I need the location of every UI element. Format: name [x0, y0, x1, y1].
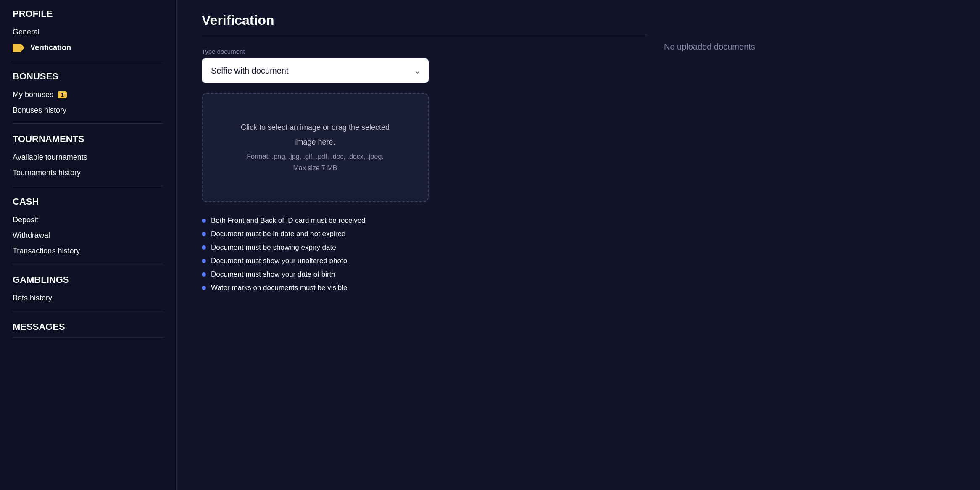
requirement-item-0: Both Front and Back of ID card must be r… [202, 214, 647, 227]
upload-instructions: Click to select an image or drag the sel… [241, 121, 390, 174]
sidebar-item-verification[interactable]: Verification [13, 40, 163, 55]
sidebar-item-label-deposit: Deposit [13, 216, 38, 224]
sidebar-item-bonuses-history[interactable]: Bonuses history [13, 103, 163, 118]
sidebar-section-title-gamblings: GAMBLINGS [13, 274, 163, 285]
sidebar-section-title-tournaments: TOURNAMENTS [13, 134, 163, 145]
bullet-icon [202, 232, 206, 236]
document-type-dropdown-wrapper: Selfie with documentID CardPassportDrive… [202, 58, 429, 83]
upload-line2: image here. [241, 136, 390, 148]
right-panel: No uploaded documents [664, 13, 790, 477]
sidebar-item-bets-history[interactable]: Bets history [13, 290, 163, 306]
bullet-icon [202, 272, 206, 277]
requirement-text-4: Document must show your date of birth [211, 270, 335, 279]
requirement-text-1: Document must be in date and not expired [211, 230, 345, 238]
sidebar-divider-1 [13, 123, 163, 124]
requirements-list: Both Front and Back of ID card must be r… [202, 214, 647, 295]
sidebar-item-label-withdrawal: Withdrawal [13, 231, 50, 240]
sidebar-divider-4 [13, 311, 163, 311]
sidebar-divider-3 [13, 264, 163, 264]
requirement-item-1: Document must be in date and not expired [202, 227, 647, 241]
requirement-text-5: Water marks on documents must be visible [211, 284, 347, 292]
main-content: Verification Type document Selfie with d… [177, 0, 980, 490]
title-divider [202, 35, 647, 35]
sidebar-item-label-available-tournaments: Available tournaments [13, 153, 87, 162]
sidebar: PROFILEGeneralVerificationBONUSESMy bonu… [0, 0, 177, 490]
sidebar-item-general[interactable]: General [13, 24, 163, 40]
no-documents-text: No uploaded documents [664, 42, 790, 52]
sidebar-item-label-tournaments-history: Tournaments history [13, 169, 81, 177]
sidebar-item-tournaments-history[interactable]: Tournaments history [13, 165, 163, 181]
page-title: Verification [202, 13, 647, 28]
sidebar-section-title-messages: MESSAGES [13, 321, 163, 332]
requirement-item-4: Document must show your date of birth [202, 268, 647, 281]
file-upload-area[interactable]: Click to select an image or drag the sel… [202, 93, 429, 202]
bullet-icon [202, 219, 206, 223]
document-type-label: Type document [202, 48, 647, 55]
requirement-item-5: Water marks on documents must be visible [202, 281, 647, 295]
requirement-item-2: Document must be showing expiry date [202, 241, 647, 254]
requirement-text-3: Document must show your unaltered photo [211, 257, 347, 265]
document-type-select[interactable]: Selfie with documentID CardPassportDrive… [202, 58, 429, 83]
requirement-text-0: Both Front and Back of ID card must be r… [211, 216, 366, 225]
bullet-icon [202, 245, 206, 250]
sidebar-item-available-tournaments[interactable]: Available tournaments [13, 150, 163, 165]
bullet-icon [202, 286, 206, 290]
sidebar-item-label-general: General [13, 28, 40, 37]
sidebar-section-title-cash: CASH [13, 196, 163, 207]
sidebar-item-withdrawal[interactable]: Withdrawal [13, 228, 163, 243]
sidebar-item-transactions-history[interactable]: Transactions history [13, 243, 163, 259]
sidebar-item-label-my-bonuses: My bonuses [13, 90, 53, 99]
upload-line1: Click to select an image or drag the sel… [241, 121, 390, 134]
requirement-item-3: Document must show your unaltered photo [202, 254, 647, 268]
sidebar-section-title-bonuses: BONUSES [13, 71, 163, 82]
sidebar-divider-5 [13, 337, 163, 338]
sidebar-divider-2 [13, 186, 163, 186]
upload-line3: Format: .png, .jpg, .gif, .pdf, .doc, .d… [241, 151, 390, 162]
sidebar-item-deposit[interactable]: Deposit [13, 212, 163, 228]
sidebar-item-my-bonuses[interactable]: My bonuses1 [13, 87, 163, 103]
sidebar-item-label-bonuses-history: Bonuses history [13, 106, 66, 115]
requirement-text-2: Document must be showing expiry date [211, 243, 336, 252]
sidebar-divider-0 [13, 61, 163, 61]
sidebar-item-label-transactions-history: Transactions history [13, 247, 80, 256]
content-area: Verification Type document Selfie with d… [202, 13, 647, 477]
upload-line4: Max size 7 MB [241, 162, 390, 174]
bullet-icon [202, 259, 206, 263]
sidebar-badge-my-bonuses: 1 [58, 91, 67, 98]
sidebar-item-label-verification: Verification [30, 43, 71, 52]
sidebar-section-title-profile: PROFILE [13, 8, 163, 19]
sidebar-item-label-bets-history: Bets history [13, 294, 52, 303]
